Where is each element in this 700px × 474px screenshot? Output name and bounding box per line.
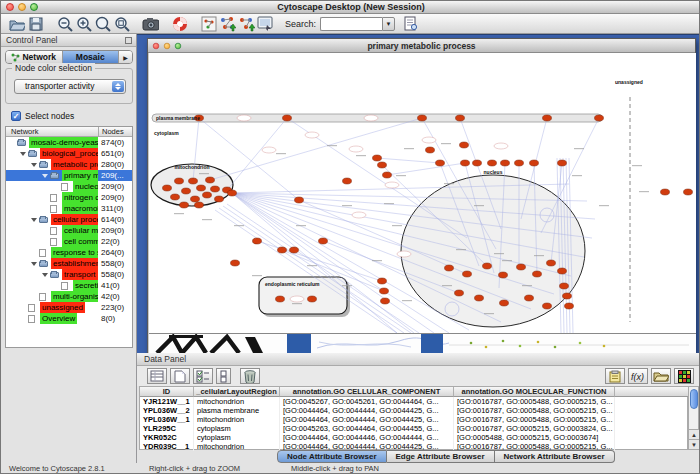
expand-arrow-icon[interactable]	[31, 262, 37, 266]
tree-row-count: 874(0)	[101, 137, 124, 148]
table-cell[interactable]: mitochondrion	[194, 397, 280, 406]
tab-edge-attribute-browser[interactable]: Edge Attribute Browser	[387, 450, 495, 463]
tree-row-count: 209(0)	[101, 181, 124, 192]
tree-row-label: multi-organism pro	[51, 291, 98, 302]
table-cell[interactable]: [GO:0016787, GO:0005488, GO:0005215, G..…	[454, 406, 615, 415]
table-cell[interactable]: plasma membrane	[194, 406, 280, 415]
notepad-icon[interactable]	[605, 368, 625, 384]
zoom-selected-icon[interactable]	[93, 15, 112, 33]
zoom-fit-icon[interactable]	[112, 15, 131, 33]
bird-eye-view-icon[interactable]	[199, 15, 218, 33]
save-session-icon[interactable]	[26, 15, 45, 33]
zoom-in-icon[interactable]	[74, 15, 93, 33]
expand-arrow-icon[interactable]	[42, 174, 48, 178]
scrollbar-thumb[interactable]	[690, 389, 698, 409]
tab-mosaic[interactable]: Mosaic	[63, 51, 120, 63]
tab-network[interactable]: Network	[6, 51, 63, 63]
tree-row[interactable]: cellular process614(0)	[6, 214, 132, 225]
file-icon	[28, 304, 35, 312]
heatmap-icon[interactable]	[674, 368, 694, 384]
table-header-cell[interactable]	[615, 387, 689, 397]
network-canvas[interactable]: plasma membrane cytoplasm mitochondrion …	[149, 53, 696, 333]
tree-row[interactable]: Overview8(0)	[6, 313, 132, 324]
tree-row[interactable]: nitrogen compo209(0)	[6, 192, 132, 203]
zoom-out-icon[interactable]	[55, 15, 74, 33]
tabs-overflow-icon[interactable]: ▶	[119, 51, 132, 63]
table-header-cell[interactable]: _cellularLayoutRegion	[194, 387, 280, 397]
tree-row[interactable]: unassigned223(0)	[6, 302, 132, 313]
node-color-value: transporter activity	[25, 81, 94, 91]
scroll-up-icon[interactable]: ▲	[689, 429, 699, 439]
tab-node-attribute-browser[interactable]: Node Attribute Browser	[277, 450, 387, 463]
control-panel: Control Panel Network Mosaic ▶ Node colo…	[1, 34, 137, 463]
import-table-icon[interactable]	[651, 368, 671, 384]
table-cell[interactable]: [GO:0005488, GO:0005215, GO:0003674]	[454, 433, 615, 442]
scroll-down-icon[interactable]: ▼	[689, 439, 699, 449]
tree-row[interactable]: macromolecule311(0)	[6, 203, 132, 214]
tree-row[interactable]: secretion41(0)	[6, 280, 132, 291]
search-input[interactable]	[320, 17, 382, 31]
table-cell[interactable]: cytoplasm	[194, 424, 280, 433]
table-header-cell[interactable]: annotation.GO CELLULAR_COMPONENT	[280, 387, 454, 397]
folder-icon	[50, 272, 59, 278]
table-cell[interactable]: [GO:0044464, GO:0044444, GO:0044425, G..…	[280, 415, 454, 424]
unselect-attributes-icon[interactable]	[216, 368, 231, 384]
help-icon[interactable]	[170, 15, 189, 33]
expand-arrow-icon[interactable]	[42, 273, 48, 277]
tree-row[interactable]: metabolic process280(0)	[6, 159, 132, 170]
float-panel-icon[interactable]	[125, 37, 132, 44]
table-cell[interactable]: YKR052C	[140, 433, 194, 442]
network-tree-header: Network Nodes	[6, 127, 132, 137]
import-network-icon[interactable]	[218, 15, 237, 33]
table-cell[interactable]: YLR295C	[140, 424, 194, 433]
tree-row[interactable]: nucleobase-209(0)	[6, 181, 132, 192]
table-cell[interactable]: mitochondrion	[194, 442, 280, 451]
search-dropdown-icon[interactable]: ▼	[382, 17, 395, 31]
table-cell[interactable]: mitochondrion	[194, 415, 280, 424]
advanced-search-icon[interactable]	[401, 15, 420, 33]
table-header-cell[interactable]: annotation.GO MOLECULAR_FUNCTION	[454, 387, 615, 397]
table-cell[interactable]: YJR121W__1	[140, 397, 194, 406]
table-cell[interactable]: [GO:0045267, GO:0045261, GO:0044464, G..…	[280, 397, 454, 406]
tab-network-attribute-browser[interactable]: Network Attribute Browser	[495, 450, 615, 463]
table-cell[interactable]: YPL036W__1	[140, 415, 194, 424]
tree-row[interactable]: establishment of lo558(0)	[6, 258, 132, 269]
node-color-select[interactable]: transporter activity	[14, 79, 126, 94]
tree-row[interactable]: response to stimulu264(0)	[6, 247, 132, 258]
table-cell[interactable]: [GO:0016787, GO:0005215, GO:0003824, G..…	[454, 424, 615, 433]
tree-row[interactable]: cell communicat22(0)	[6, 236, 132, 247]
tree-row-label: biological_process	[40, 148, 98, 159]
tree-row[interactable]: biological_process651(0)	[6, 148, 132, 159]
table-cell[interactable]: cytoplasm	[194, 433, 280, 442]
tree-row[interactable]: mosaic-demo-yeast874(0)	[6, 137, 132, 148]
new-attribute-icon[interactable]	[170, 368, 190, 384]
import-attributes-icon[interactable]	[237, 15, 256, 33]
select-nodes-checkbox[interactable]: ✓	[11, 111, 21, 121]
table-cell[interactable]: YDR039C__1	[140, 442, 194, 451]
table-cell[interactable]: [GO:0016787, GO:0005488, GO:0005215, G..…	[454, 397, 615, 406]
select-nodes-label: Select nodes	[25, 111, 74, 121]
export-image-icon[interactable]	[141, 15, 160, 33]
tree-row[interactable]: cellular metabol209(0)	[6, 225, 132, 236]
expand-arrow-icon[interactable]	[31, 218, 37, 222]
expand-arrow-icon[interactable]	[31, 163, 37, 167]
function-builder-icon[interactable]: f(x)	[628, 368, 648, 384]
attribute-checklist-icon[interactable]	[193, 368, 213, 384]
table-cell[interactable]: [GO:0016787, GO:0005488, GO:0005215, G..…	[454, 415, 615, 424]
open-session-icon[interactable]	[7, 15, 26, 33]
window-title: Cytoscape Desktop (New Session)	[1, 1, 700, 14]
table-cell[interactable]: [GO:0044464, GO:0044446, GO:0044444, G..…	[280, 433, 454, 442]
table-cell[interactable]: [GO:0045263, GO:0044464, GO:0044455, G..…	[280, 424, 454, 433]
table-cell[interactable]: YPL036W__2	[140, 406, 194, 415]
delete-attribute-icon[interactable]	[240, 368, 260, 384]
table-header-cell[interactable]: ID	[140, 387, 194, 397]
tree-row[interactable]: primary metabo209(...	[6, 170, 132, 181]
web-service-icon[interactable]	[256, 15, 275, 33]
select-attributes-icon[interactable]	[147, 368, 167, 384]
table-cell[interactable]: [GO:0044464, GO:0044444, GO:0044425, G..…	[280, 406, 454, 415]
expand-arrow-icon[interactable]	[20, 152, 26, 156]
tree-row[interactable]: multi-organism pro42(0)	[6, 291, 132, 302]
tree-row[interactable]: transport558(0)	[6, 269, 132, 280]
file-icon	[61, 282, 68, 290]
folder-icon	[39, 261, 48, 267]
